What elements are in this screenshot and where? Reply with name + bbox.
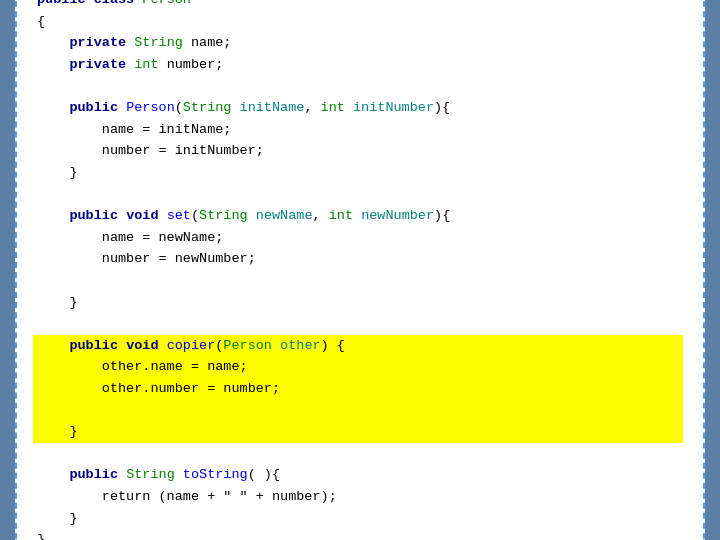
line-20 [37, 400, 683, 422]
line-10 [37, 184, 683, 206]
line-9: } [37, 162, 683, 184]
line-17: public void copier(Person other) { [37, 335, 683, 357]
line-2: { [37, 11, 683, 33]
line-16 [37, 313, 683, 335]
line-23: public String toString( ){ [37, 464, 683, 486]
line-8: number = initNumber; [37, 140, 683, 162]
line-15: } [37, 292, 683, 314]
line-1: public class Person [37, 0, 683, 11]
line-21: } [37, 421, 683, 443]
line-3: private String name; [37, 32, 683, 54]
code-content: public class Person { private String nam… [37, 0, 683, 540]
line-5 [37, 76, 683, 98]
line-6: public Person(String initName, int initN… [37, 97, 683, 119]
line-25: } [37, 508, 683, 530]
line-24: return (name + " " + number); [37, 486, 683, 508]
line-19: other.number = number; [37, 378, 683, 400]
code-editor: public class Person { private String nam… [15, 0, 705, 540]
line-11: public void set(String newName, int newN… [37, 205, 683, 227]
line-14 [37, 270, 683, 292]
line-7: name = initName; [37, 119, 683, 141]
line-18: other.name = name; [37, 356, 683, 378]
line-13: number = newNumber; [37, 248, 683, 270]
line-22 [37, 443, 683, 465]
highlighted-section: public void copier(Person other) { other… [33, 335, 683, 443]
line-4: private int number; [37, 54, 683, 76]
line-26: } [37, 529, 683, 540]
line-12: name = newName; [37, 227, 683, 249]
